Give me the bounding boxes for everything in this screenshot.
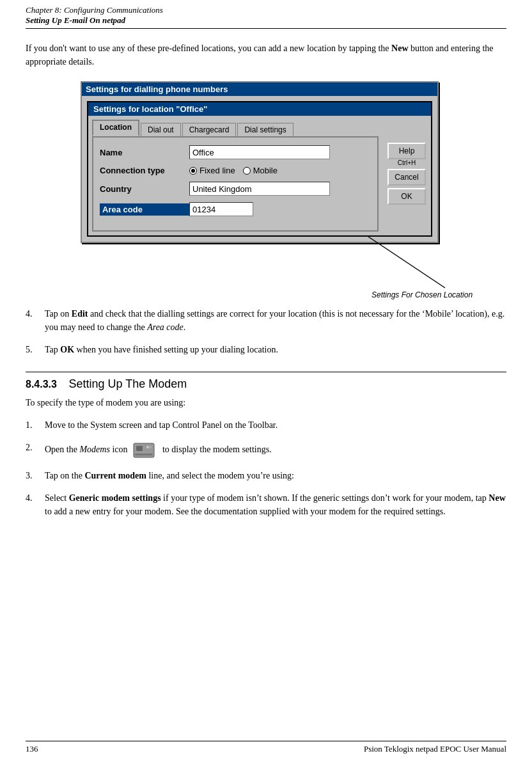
radio-fixed-line-label: Fixed line (199, 166, 235, 175)
section-number: 8.4.3.3 (26, 379, 57, 390)
footer-page-number: 136 (26, 744, 38, 754)
screenshot-wrapper: Settings for dialling phone numbers Sett… (26, 81, 506, 243)
form-row-name: Name Office (100, 145, 371, 159)
steps-list: 1. Move to the System screen and tap Con… (26, 418, 506, 518)
label-country: Country (100, 184, 189, 194)
inner-dialog: Settings for location "Office" Location … (87, 101, 432, 237)
tab-chargecard[interactable]: Chargecard (182, 123, 237, 136)
section-heading: 8.4.3.3 Setting Up The Modem (26, 372, 506, 391)
step-4b-bold2: New (489, 493, 505, 503)
tab-content: Name Office Connection type Fixed line (92, 136, 379, 232)
step-1: 1. Move to the System screen and tap Con… (26, 418, 506, 432)
step-4-italic: Area code (147, 322, 184, 332)
radio-mobile[interactable]: Mobile (243, 166, 278, 175)
step-2: 2. Open the Modems icon to display the m… (26, 441, 506, 460)
label-area-code: Area code (100, 203, 189, 216)
step-3-num: 3. (26, 469, 45, 482)
svg-point-5 (149, 446, 152, 448)
button-help-wrapper: Help Ctrl+H (387, 143, 426, 166)
header-section: Setting Up E-mail On netpad (26, 15, 506, 26)
step-5-num: 5. (26, 343, 45, 356)
step-4b-bold1: Generic modem settings (69, 493, 161, 503)
section-title: Setting Up The Modem (59, 377, 187, 390)
step-2-italic: Modems (79, 445, 109, 454)
input-name[interactable]: Office (189, 145, 330, 159)
radio-group-connection: Fixed line Mobile (189, 166, 278, 175)
intro-text-1: If you don't want to use any of these pr… (26, 43, 391, 53)
step-5-text: Tap OK when you have finished setting up… (45, 343, 506, 356)
steps-before-section: 4. Tap on Edit and check that the dialli… (26, 307, 506, 356)
intro-bold: New (391, 43, 408, 53)
step-4b-num: 4. (26, 491, 45, 518)
step-4b-text: Select Generic modem settings if your ty… (45, 491, 506, 518)
radio-mobile-circle[interactable] (243, 167, 251, 175)
step-3-text: Tap on the Current modem line, and selec… (45, 469, 506, 482)
tabs-row: Location Dial out Chargecard Dial settin… (92, 120, 427, 136)
step-5: 5. Tap OK when you have finished setting… (26, 343, 506, 356)
step-3: 3. Tap on the Current modem line, and se… (26, 469, 506, 482)
svg-rect-6 (135, 454, 153, 455)
ok-button[interactable]: OK (387, 188, 426, 205)
callout-arrow-svg: Settings For Chosen Location (317, 237, 458, 301)
radio-fixed-line[interactable]: Fixed line (189, 166, 235, 175)
step-3-bold: Current modem (84, 471, 146, 480)
step-2-text: Open the Modems icon to display the mode… (45, 441, 506, 460)
footer-book-title: Psion Teklogix netpad EPOC User Manual (364, 744, 506, 754)
tab-dial-settings[interactable]: Dial settings (237, 123, 293, 136)
input-area-code[interactable]: 01234 (189, 202, 253, 216)
tab-content-wrapper: Name Office Connection type Fixed line (88, 136, 431, 235)
outer-dialog: Settings for dialling phone numbers Sett… (81, 81, 439, 243)
step-4-num: 4. (26, 307, 45, 334)
step-4-bold: Edit (72, 309, 88, 319)
label-name: Name (100, 148, 189, 157)
input-country[interactable]: United Kingdom (189, 182, 330, 196)
radio-mobile-label: Mobile (253, 166, 278, 175)
step-1-text: Move to the System screen and tap Contro… (45, 418, 506, 432)
section-intro: To specify the type of modem you are usi… (26, 396, 506, 409)
step-4-text: Tap on Edit and check that the dialling … (45, 307, 506, 334)
page-container: Chapter 8: Configuring Communications Se… (0, 0, 532, 767)
cancel-button[interactable]: Cancel (387, 169, 426, 186)
tab-location[interactable]: Location (92, 120, 139, 136)
step-2-num: 2. (26, 441, 45, 460)
dialog-buttons: Help Ctrl+H Cancel OK (382, 136, 431, 235)
svg-line-0 (368, 237, 445, 288)
inner-dialog-title: Settings for location "Office" (88, 102, 431, 116)
svg-point-4 (146, 446, 149, 448)
screenshot-area: Settings for dialling phone numbers Sett… (81, 81, 451, 243)
modems-icon (132, 441, 155, 460)
outer-dialog-title: Settings for dialling phone numbers (82, 83, 437, 96)
form-row-country: Country United Kingdom (100, 182, 371, 196)
form-row-connection: Connection type Fixed line Mobile (100, 166, 371, 175)
label-connection: Connection type (100, 166, 189, 175)
tab-dial-out[interactable]: Dial out (141, 123, 181, 136)
step-5-bold: OK (60, 345, 74, 354)
intro-text: If you don't want to use any of these pr… (26, 42, 506, 68)
step-4b: 4. Select Generic modem settings if your… (26, 491, 506, 518)
form-row-area-code: Area code 01234 (100, 202, 371, 216)
step-4: 4. Tap on Edit and check that the dialli… (26, 307, 506, 334)
step-1-num: 1. (26, 418, 45, 432)
svg-text:Settings For Chosen Location: Settings For Chosen Location (372, 290, 473, 299)
page-footer: 136 Psion Teklogix netpad EPOC User Manu… (26, 741, 506, 754)
page-header: Chapter 8: Configuring Communications Se… (26, 0, 506, 29)
header-chapter: Chapter 8: Configuring Communications (26, 5, 506, 15)
help-button[interactable]: Help (387, 143, 426, 159)
help-shortcut: Ctrl+H (387, 159, 426, 166)
svg-rect-3 (136, 446, 143, 451)
radio-fixed-line-circle[interactable] (189, 167, 197, 175)
